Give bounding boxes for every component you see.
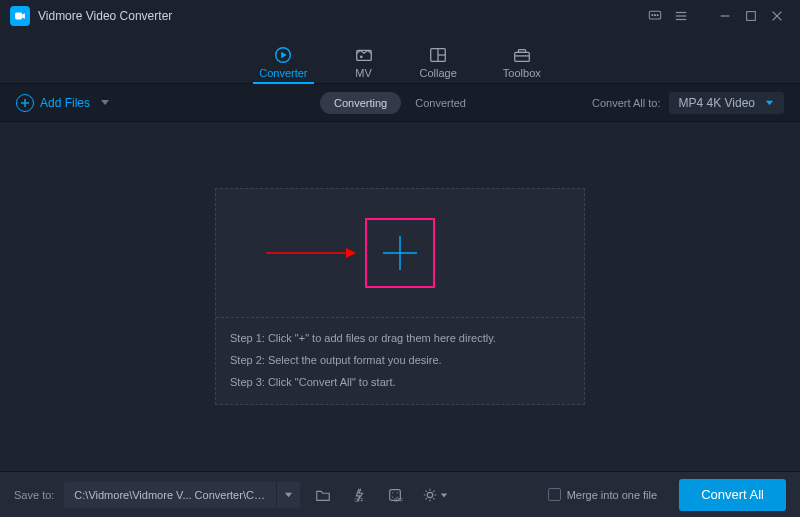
svg-marker-31	[285, 493, 292, 498]
output-format-select[interactable]: MP4 4K Video	[669, 92, 785, 114]
mv-icon	[354, 45, 374, 65]
svg-text:OFF: OFF	[394, 498, 403, 503]
add-files-button[interactable]: Add Files	[16, 94, 110, 112]
app-logo	[10, 6, 30, 26]
output-path: C:\Vidmore\Vidmore V... Converter\Conver…	[64, 489, 276, 501]
convert-all-button[interactable]: Convert All	[679, 479, 786, 511]
convert-all-to-label: Convert All to:	[592, 97, 660, 109]
arrow-annotation	[266, 246, 356, 260]
svg-marker-40	[441, 493, 447, 497]
content-area: Step 1: Click "+" to add files or drag t…	[0, 122, 800, 471]
tab-toolbox[interactable]: Toolbox	[503, 45, 541, 83]
title-bar: Vidmore Video Converter	[0, 0, 800, 32]
settings-button[interactable]	[418, 482, 452, 508]
tab-converter[interactable]: Converter	[259, 45, 307, 83]
svg-point-5	[657, 15, 658, 16]
subtabs: Converting Converted	[320, 92, 480, 114]
merge-checkbox[interactable]: Merge into one file	[548, 488, 658, 501]
svg-point-16	[359, 55, 362, 58]
minimize-button[interactable]	[712, 3, 738, 29]
main-nav: Converter MV Collage Toolbox	[0, 32, 800, 84]
toolbox-icon	[512, 45, 532, 65]
menu-icon[interactable]	[668, 3, 694, 29]
svg-marker-28	[346, 248, 356, 258]
svg-rect-21	[518, 50, 525, 53]
save-to-label: Save to:	[14, 489, 54, 501]
svg-point-34	[393, 492, 394, 493]
converter-icon	[273, 45, 293, 65]
format-value: MP4 4K Video	[679, 96, 756, 110]
output-path-box: C:\Vidmore\Vidmore V... Converter\Conver…	[64, 482, 300, 508]
step-text: Step 2: Select the output format you des…	[230, 354, 570, 366]
tab-label: Converter	[259, 67, 307, 79]
add-files-label: Add Files	[40, 96, 90, 110]
merge-label: Merge into one file	[567, 489, 658, 501]
svg-marker-26	[766, 100, 773, 105]
dropzone-steps: Step 1: Click "+" to add files or drag t…	[216, 318, 584, 404]
open-folder-button[interactable]	[310, 482, 336, 508]
svg-point-35	[397, 492, 398, 493]
collage-icon	[428, 45, 448, 65]
task-schedule-button[interactable]: OFF	[382, 482, 408, 508]
subtab-converted[interactable]: Converted	[401, 92, 480, 114]
tab-collage[interactable]: Collage	[420, 45, 457, 83]
dropzone-top	[216, 189, 584, 317]
svg-marker-25	[101, 100, 109, 105]
app-title: Vidmore Video Converter	[38, 9, 172, 23]
svg-marker-1	[22, 13, 25, 19]
svg-marker-14	[282, 52, 287, 58]
close-button[interactable]	[764, 3, 790, 29]
svg-point-3	[652, 15, 653, 16]
step-text: Step 1: Click "+" to add files or drag t…	[230, 332, 570, 344]
maximize-button[interactable]	[738, 3, 764, 29]
add-files-plus-button[interactable]	[365, 218, 435, 288]
svg-point-36	[393, 496, 394, 497]
svg-point-4	[654, 15, 655, 16]
svg-rect-0	[15, 13, 22, 20]
footer-bar: Save to: C:\Vidmore\Vidmore V... Convert…	[0, 471, 800, 517]
subtab-converting[interactable]: Converting	[320, 92, 401, 114]
svg-rect-10	[747, 12, 756, 21]
dropzone[interactable]: Step 1: Click "+" to add files or drag t…	[215, 188, 585, 405]
output-path-dropdown[interactable]	[276, 482, 300, 508]
svg-point-39	[428, 492, 433, 497]
tab-label: MV	[355, 67, 372, 79]
tab-mv[interactable]: MV	[354, 45, 374, 83]
hw-accel-button[interactable]: OFF	[346, 482, 372, 508]
chevron-down-icon	[765, 96, 774, 110]
tab-label: Collage	[420, 67, 457, 79]
tab-label: Toolbox	[503, 67, 541, 79]
checkbox-icon	[548, 488, 561, 501]
secondary-bar: Add Files Converting Converted Convert A…	[0, 84, 800, 122]
plus-circle-icon	[16, 94, 34, 112]
chevron-down-icon	[100, 96, 110, 110]
step-text: Step 3: Click "Convert All" to start.	[230, 376, 570, 388]
svg-rect-20	[515, 52, 530, 61]
convert-all-label: Convert All	[701, 487, 764, 502]
feedback-icon[interactable]	[642, 3, 668, 29]
svg-text:OFF: OFF	[355, 498, 364, 503]
